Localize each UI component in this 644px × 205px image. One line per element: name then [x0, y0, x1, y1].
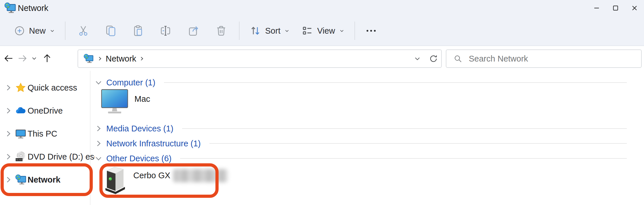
view-button-label: View: [317, 26, 335, 36]
navigation-bar: Network Search Network: [0, 46, 644, 71]
toolbar-separator: [65, 22, 65, 40]
back-button[interactable]: [1, 48, 16, 68]
sidebar-item-dvd-drive[interactable]: DVD-ROM DVD Drive (D:) esd2i: [0, 148, 90, 165]
chevron-down-icon: [49, 28, 55, 34]
recent-locations-button[interactable]: [29, 48, 40, 68]
dvd-disc-icon: DVD-ROM: [15, 151, 26, 162]
chevron-down-icon: [31, 55, 37, 62]
star-icon: [15, 82, 26, 93]
back-arrow-icon: [3, 53, 14, 64]
dvd-rom-badge: DVD-ROM: [15, 159, 23, 161]
group-divider: [182, 128, 627, 129]
ellipsis-icon: [365, 24, 377, 37]
group-header-label: Computer (1): [106, 78, 155, 87]
view-button[interactable]: View: [296, 20, 350, 41]
share-button[interactable]: [180, 20, 207, 41]
breadcrumb-location[interactable]: Network: [106, 54, 136, 64]
device-label: Mac: [134, 94, 150, 115]
chevron-right-icon[interactable]: [5, 153, 12, 160]
minimize-button[interactable]: [587, 0, 606, 16]
breadcrumb-chevron-icon[interactable]: [97, 56, 103, 62]
scissors-icon: [77, 24, 90, 37]
maximize-icon: [612, 5, 619, 12]
cerbo-gx-device-item[interactable]: Cerbo GX: [104, 166, 228, 194]
network-icon: [15, 174, 26, 186]
command-toolbar: New: [0, 16, 644, 46]
new-button-label: New: [29, 26, 46, 36]
network-icon: [83, 53, 94, 64]
clipboard-icon: [132, 24, 145, 37]
refresh-icon[interactable]: [429, 54, 438, 64]
sort-button[interactable]: Sort: [244, 20, 296, 41]
device-label: Cerbo GX: [133, 171, 170, 194]
share-icon: [187, 24, 200, 37]
chevron-right-icon[interactable]: [5, 176, 12, 183]
copy-button[interactable]: [97, 20, 125, 41]
plus-circle-icon: [14, 25, 25, 37]
title-bar: Network: [0, 0, 644, 16]
sidebar-item-label: OneDrive: [28, 106, 63, 116]
mac-computer-item[interactable]: Mac: [101, 89, 150, 115]
up-arrow-icon: [42, 53, 53, 64]
sort-button-label: Sort: [265, 26, 280, 36]
rename-button[interactable]: [152, 20, 180, 41]
redacted-device-name: [173, 169, 228, 182]
breadcrumb-chevron-icon[interactable]: [139, 56, 145, 62]
sidebar-divider: [90, 71, 90, 205]
see-more-button[interactable]: [359, 20, 383, 41]
chevron-right-icon[interactable]: [95, 125, 102, 132]
sidebar-item-this-pc[interactable]: This PC: [0, 125, 90, 142]
maximize-button[interactable]: [606, 0, 625, 16]
address-dropdown-icon[interactable]: [414, 55, 421, 62]
chevron-right-icon[interactable]: [5, 107, 12, 114]
network-icon: [4, 2, 16, 14]
search-input[interactable]: Search Network: [446, 49, 642, 68]
trash-icon: [215, 24, 227, 37]
cut-button[interactable]: [70, 20, 97, 41]
forward-arrow-icon: [17, 53, 28, 64]
group-header-media-devices[interactable]: Media Devices (1): [95, 123, 635, 134]
group-header-computer[interactable]: Computer (1): [95, 77, 635, 88]
group-header-label: Other Devices (6): [106, 154, 171, 163]
group-header-other-devices[interactable]: Other Devices (6): [95, 153, 635, 164]
chevron-down-icon: [339, 28, 345, 34]
toolbar-separator: [354, 22, 355, 40]
rename-icon: [160, 24, 172, 37]
group-header-label: Network Infrastructure (1): [106, 139, 201, 148]
navigation-pane: Quick access OneDrive This PC DVD-ROM DV…: [0, 71, 90, 205]
search-icon: [453, 54, 462, 63]
paste-button[interactable]: [125, 20, 152, 41]
view-list-icon: [301, 25, 313, 37]
close-button[interactable]: [625, 0, 644, 16]
chevron-right-icon[interactable]: [95, 140, 102, 147]
items-view: Computer (1) Mac Media Devices (1) Netwo…: [95, 71, 644, 205]
network-device-icon: [104, 166, 126, 194]
chevron-right-icon[interactable]: [5, 130, 12, 137]
chevron-down-icon[interactable]: [95, 155, 102, 162]
chevron-down-icon[interactable]: [95, 79, 102, 86]
search-placeholder: Search Network: [469, 54, 528, 64]
group-divider: [209, 143, 627, 144]
group-header-label: Media Devices (1): [106, 124, 173, 133]
sidebar-item-onedrive[interactable]: OneDrive: [0, 102, 90, 119]
toolbar-separator: [239, 22, 240, 40]
sidebar-item-network[interactable]: Network: [0, 171, 90, 188]
address-bar[interactable]: Network: [78, 49, 442, 68]
sort-arrows-icon: [249, 25, 261, 37]
sidebar-item-label: DVD Drive (D:) esd2i: [28, 152, 105, 162]
chevron-right-icon[interactable]: [5, 84, 12, 91]
copy-icon: [105, 24, 117, 37]
onedrive-cloud-icon: [15, 105, 26, 116]
group-header-network-infrastructure[interactable]: Network Infrastructure (1): [95, 138, 635, 149]
close-icon: [631, 5, 638, 12]
new-button[interactable]: New: [8, 20, 61, 41]
computer-monitor-icon: [101, 89, 128, 115]
sidebar-item-label: Network: [28, 175, 60, 185]
group-divider: [180, 158, 627, 159]
up-button[interactable]: [40, 48, 55, 68]
delete-button[interactable]: [207, 20, 235, 41]
window-title: Network: [18, 3, 48, 13]
sidebar-item-quick-access[interactable]: Quick access: [0, 79, 90, 96]
sidebar-item-label: Quick access: [28, 83, 77, 93]
forward-button[interactable]: [15, 48, 30, 68]
